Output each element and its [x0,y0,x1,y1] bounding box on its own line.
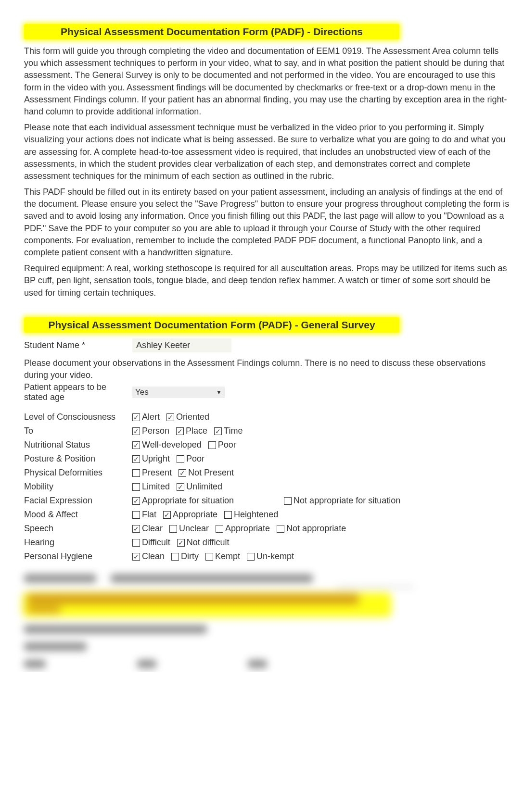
option-label-to-1: Place [186,426,207,436]
checkbox-mobility-0[interactable] [132,483,140,491]
checkbox-speech-2[interactable] [216,525,223,533]
option-label-hearing-1: Not difficult [187,537,230,548]
option-label-mobility-1: Unlimited [186,482,222,492]
option-label-mood-2: Heightened [234,510,278,520]
field-row-facial: Facial ExpressionAppropriate for situati… [24,496,511,506]
stated-age-label: Patient appears to be stated age [24,382,132,402]
field-label-posture: Posture & Position [24,454,132,464]
option-label-speech-1: Unclear [179,524,209,534]
option-posture-0: Upright [132,454,170,464]
option-label-loc-1: Oriented [176,412,209,422]
option-label-facial-0: Appropriate for situation [142,496,234,506]
stated-age-row: Patient appears to be stated age Yes ▼ [24,382,511,402]
option-hearing-0: Difficult [132,537,170,548]
field-row-deformities: Physical DeformitiesPresentNot Present [24,468,511,478]
checkbox-hearing-1[interactable] [177,539,185,547]
observation-instructions: Please document your observations in the… [24,357,511,381]
option-nutritional-0: Well-developed [132,440,202,450]
option-mood-1: Appropriate [163,510,217,520]
chevron-down-icon: ▼ [216,389,222,396]
option-loc-0: Alert [132,412,160,422]
option-mobility-1: Unlimited [177,482,222,492]
option-label-speech-3: Not appropriate [286,524,346,534]
student-name-row: Student Name * Ashley Keeter [24,338,511,352]
field-row-hearing: HearingDifficultNot difficult [24,537,511,548]
field-row-mood: Mood & AffectFlatAppropriateHeightened [24,510,511,520]
option-hygiene-3: Un-kempt [247,551,294,562]
checkbox-to-1[interactable] [176,427,184,435]
option-speech-1: Unclear [169,524,209,534]
option-label-nutritional-0: Well-developed [142,440,202,450]
field-label-mood: Mood & Affect [24,510,132,520]
option-label-speech-2: Appropriate [225,524,270,534]
checkbox-hygiene-0[interactable] [132,553,140,561]
checkbox-speech-0[interactable] [132,525,140,533]
checkbox-deformities-0[interactable] [132,469,140,477]
checkbox-loc-0[interactable] [132,413,140,421]
checkbox-to-2[interactable] [214,427,222,435]
field-label-hearing: Hearing [24,537,132,548]
checkbox-hygiene-2[interactable] [205,553,213,561]
option-label-mood-0: Flat [142,510,156,520]
checkbox-loc-1[interactable] [166,413,174,421]
option-label-deformities-0: Present [142,468,172,478]
option-label-mobility-0: Limited [142,482,170,492]
option-posture-1: Poor [177,454,204,464]
option-label-loc-0: Alert [142,412,160,422]
field-row-speech: SpeechClearUnclearAppropriateNot appropr… [24,524,511,534]
option-label-hygiene-3: Un-kempt [256,551,294,562]
option-facial-1: Not appropriate for situation [284,496,400,506]
option-deformities-0: Present [132,468,172,478]
option-label-nutritional-1: Poor [218,440,236,450]
option-mood-2: Heightened [224,510,278,520]
checkbox-mood-1[interactable] [163,511,171,519]
checkbox-deformities-1[interactable] [179,469,186,477]
field-label-deformities: Physical Deformities [24,468,132,478]
field-label-loc: Level of Consciousness [24,412,132,422]
field-row-to: ToPersonPlaceTime [24,426,511,436]
checkbox-nutritional-0[interactable] [132,441,140,449]
checkbox-hearing-0[interactable] [132,539,140,547]
locked-content-preview [24,570,511,672]
checkbox-facial-0[interactable] [132,497,140,505]
checkbox-hygiene-3[interactable] [247,553,255,561]
field-row-mobility: MobilityLimitedUnlimited [24,482,511,492]
field-label-to: To [24,426,132,436]
option-hygiene-1: Dirty [171,551,199,562]
field-row-loc: Level of ConsciousnessAlertOriented [24,412,511,422]
option-mobility-0: Limited [132,482,170,492]
field-label-nutritional: Nutritional Status [24,440,132,450]
option-label-to-0: Person [142,426,169,436]
directions-paragraph-3: This PADF should be filled out in its en… [24,186,511,259]
checkbox-nutritional-1[interactable] [208,441,216,449]
directions-paragraph-4: Required equipment: A real, working stet… [24,262,511,299]
checkbox-hygiene-1[interactable] [171,553,179,561]
field-label-hygiene: Personal Hygiene [24,551,132,562]
checkbox-facial-1[interactable] [284,497,292,505]
option-label-hearing-0: Difficult [142,537,170,548]
directions-paragraph-2: Please note that each individual assessm… [24,122,511,182]
option-label-hygiene-1: Dirty [181,551,199,562]
option-label-hygiene-2: Kempt [215,551,240,562]
checkbox-to-0[interactable] [132,427,140,435]
checkbox-speech-1[interactable] [169,525,177,533]
stated-age-dropdown[interactable]: Yes ▼ [132,387,225,398]
assessment-checkbox-section: Level of ConsciousnessAlertOrientedToPer… [24,412,511,562]
option-label-hygiene-0: Clean [142,551,165,562]
checkbox-speech-3[interactable] [277,525,284,533]
option-facial-0: Appropriate for situation [132,496,234,506]
option-label-posture-1: Poor [186,454,204,464]
checkbox-posture-1[interactable] [177,455,184,463]
checkbox-mobility-1[interactable] [177,483,184,491]
directions-paragraph-1: This form will guide you through complet… [24,45,511,118]
option-label-mood-1: Appropriate [173,510,217,520]
option-hygiene-2: Kempt [205,551,240,562]
student-name-input[interactable]: Ashley Keeter [132,338,231,352]
checkbox-mood-0[interactable] [132,511,140,519]
general-survey-title: Physical Assessment Documentation Form (… [24,317,399,333]
option-speech-0: Clear [132,524,163,534]
checkbox-mood-2[interactable] [224,511,232,519]
checkbox-posture-0[interactable] [132,455,140,463]
option-label-to-2: Time [224,426,243,436]
option-label-deformities-1: Not Present [188,468,234,478]
